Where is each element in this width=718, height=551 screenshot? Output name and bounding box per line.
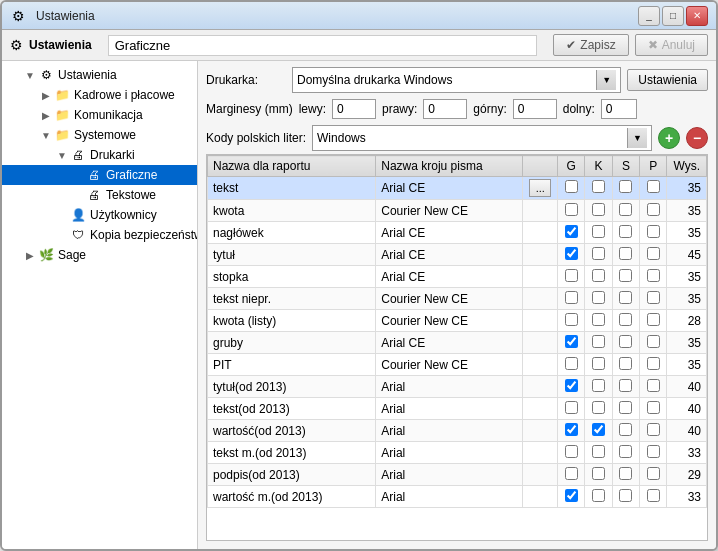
checkbox-G[interactable]: [565, 247, 578, 260]
checkbox-P[interactable]: [647, 401, 660, 414]
cell-ellipsis[interactable]: ...: [523, 177, 558, 200]
table-row[interactable]: podpis(od 2013)Arial29: [208, 464, 707, 486]
cell-K[interactable]: [585, 200, 612, 222]
checkbox-P[interactable]: [647, 291, 660, 304]
cell-S[interactable]: [612, 332, 639, 354]
cell-P[interactable]: [640, 398, 667, 420]
checkbox-K[interactable]: [592, 225, 605, 238]
cell-K[interactable]: [585, 420, 612, 442]
cell-S[interactable]: [612, 177, 639, 200]
checkbox-P[interactable]: [647, 489, 660, 502]
checkbox-K[interactable]: [592, 423, 605, 436]
cell-P[interactable]: [640, 354, 667, 376]
sidebar-item-drukarki[interactable]: ▼ 🖨 Drukarki: [2, 145, 197, 165]
cell-P[interactable]: [640, 486, 667, 508]
cell-G[interactable]: [558, 442, 585, 464]
cell-S[interactable]: [612, 200, 639, 222]
cell-P[interactable]: [640, 244, 667, 266]
cell-P[interactable]: [640, 442, 667, 464]
checkbox-K[interactable]: [592, 203, 605, 216]
checkbox-S[interactable]: [619, 423, 632, 436]
dolny-input[interactable]: [601, 99, 637, 119]
cell-K[interactable]: [585, 266, 612, 288]
table-row[interactable]: nagłówekArial CE35: [208, 222, 707, 244]
checkbox-P[interactable]: [647, 467, 660, 480]
checkbox-S[interactable]: [619, 247, 632, 260]
sidebar-item-sage[interactable]: ▶ 🌿 Sage: [2, 245, 197, 265]
checkbox-P[interactable]: [647, 445, 660, 458]
table-row[interactable]: wartość(od 2013)Arial40: [208, 420, 707, 442]
cell-S[interactable]: [612, 464, 639, 486]
checkbox-S[interactable]: [619, 489, 632, 502]
cell-P[interactable]: [640, 376, 667, 398]
table-row[interactable]: grubyArial CE35: [208, 332, 707, 354]
cell-K[interactable]: [585, 442, 612, 464]
ellipsis-button[interactable]: ...: [529, 179, 551, 197]
checkbox-S[interactable]: [619, 180, 632, 193]
remove-kody-button[interactable]: −: [686, 127, 708, 149]
checkbox-S[interactable]: [619, 467, 632, 480]
checkbox-K[interactable]: [592, 379, 605, 392]
cell-G[interactable]: [558, 177, 585, 200]
cell-K[interactable]: [585, 177, 612, 200]
cell-K[interactable]: [585, 398, 612, 420]
table-row[interactable]: tekst(od 2013)Arial40: [208, 398, 707, 420]
cell-G[interactable]: [558, 420, 585, 442]
cell-P[interactable]: [640, 177, 667, 200]
table-row[interactable]: tytułArial CE45: [208, 244, 707, 266]
table-row[interactable]: tytuł(od 2013)Arial40: [208, 376, 707, 398]
checkbox-G[interactable]: [565, 489, 578, 502]
checkbox-G[interactable]: [565, 291, 578, 304]
checkbox-K[interactable]: [592, 401, 605, 414]
checkbox-G[interactable]: [565, 269, 578, 282]
cell-P[interactable]: [640, 464, 667, 486]
checkbox-K[interactable]: [592, 489, 605, 502]
cell-K[interactable]: [585, 288, 612, 310]
sidebar-item-uzytkownicy[interactable]: 👤 Użytkownicy: [2, 205, 197, 225]
checkbox-G[interactable]: [565, 445, 578, 458]
cell-G[interactable]: [558, 486, 585, 508]
checkbox-P[interactable]: [647, 247, 660, 260]
checkbox-K[interactable]: [592, 313, 605, 326]
cell-G[interactable]: [558, 244, 585, 266]
printer-combo[interactable]: Domyślna drukarka Windows ▼: [292, 67, 621, 93]
cell-K[interactable]: [585, 332, 612, 354]
sidebar-item-systemowe[interactable]: ▼ 📁 Systemowe: [2, 125, 197, 145]
checkbox-S[interactable]: [619, 203, 632, 216]
maximize-button[interactable]: □: [662, 6, 684, 26]
cell-G[interactable]: [558, 200, 585, 222]
table-row[interactable]: kwotaCourier New CE35: [208, 200, 707, 222]
checkbox-K[interactable]: [592, 467, 605, 480]
gorny-input[interactable]: [513, 99, 557, 119]
checkbox-S[interactable]: [619, 269, 632, 282]
checkbox-S[interactable]: [619, 357, 632, 370]
cell-S[interactable]: [612, 244, 639, 266]
cell-K[interactable]: [585, 464, 612, 486]
checkbox-G[interactable]: [565, 180, 578, 193]
checkbox-S[interactable]: [619, 401, 632, 414]
cell-P[interactable]: [640, 288, 667, 310]
printer-settings-button[interactable]: Ustawienia: [627, 69, 708, 91]
checkbox-K[interactable]: [592, 357, 605, 370]
checkbox-P[interactable]: [647, 379, 660, 392]
checkbox-G[interactable]: [565, 379, 578, 392]
checkbox-K[interactable]: [592, 180, 605, 193]
save-button[interactable]: ✔ Zapisz: [553, 34, 628, 56]
checkbox-S[interactable]: [619, 335, 632, 348]
cell-G[interactable]: [558, 398, 585, 420]
cancel-button[interactable]: ✖ Anuluj: [635, 34, 708, 56]
cell-S[interactable]: [612, 486, 639, 508]
checkbox-K[interactable]: [592, 335, 605, 348]
cell-K[interactable]: [585, 244, 612, 266]
cell-K[interactable]: [585, 354, 612, 376]
cell-K[interactable]: [585, 486, 612, 508]
checkbox-K[interactable]: [592, 445, 605, 458]
checkbox-K[interactable]: [592, 269, 605, 282]
table-row[interactable]: stopkaArial CE35: [208, 266, 707, 288]
cell-S[interactable]: [612, 442, 639, 464]
cell-P[interactable]: [640, 332, 667, 354]
checkbox-P[interactable]: [647, 335, 660, 348]
checkbox-S[interactable]: [619, 445, 632, 458]
checkbox-G[interactable]: [565, 225, 578, 238]
minimize-button[interactable]: _: [638, 6, 660, 26]
